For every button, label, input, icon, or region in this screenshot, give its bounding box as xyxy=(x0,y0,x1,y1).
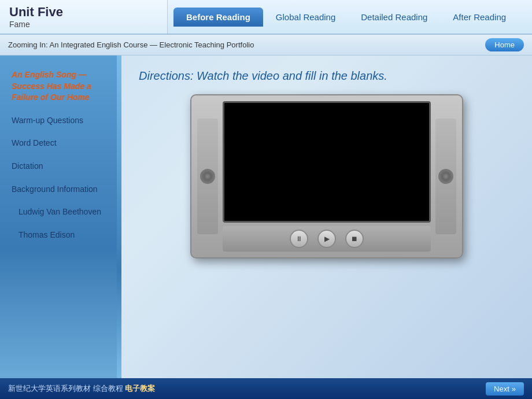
sidebar-item-english-song[interactable]: An English Song — Success Has Made a Fai… xyxy=(0,64,121,109)
header: Unit Five Fame Before Reading Global Rea… xyxy=(0,0,532,35)
tv-screen-area: ⏸ ▶ ⏹ xyxy=(223,101,431,252)
video-controls: ⏸ ▶ ⏹ xyxy=(223,226,431,252)
tv-container: ⏸ ▶ ⏹ xyxy=(188,94,466,258)
directions-text: Directions: Watch the video and fill in … xyxy=(139,69,387,83)
sidebar-item-word-detect[interactable]: Word Detect xyxy=(0,132,121,155)
tab-detailed-reading[interactable]: Detailed Reading xyxy=(348,8,440,27)
sidebar: An English Song — Success Has Made a Fai… xyxy=(0,56,121,378)
tv-speaker-left xyxy=(197,119,218,234)
breadcrumb-text: Zooming In: An Integrated English Course… xyxy=(8,40,254,49)
tab-global-reading[interactable]: Global Reading xyxy=(263,8,348,27)
bottom-bar: 新世纪大学英语系列教材 综合教程 电子教案 Next » xyxy=(0,378,532,399)
footer-text-part1: 新世纪大学英语系列教材 综合教程 xyxy=(8,384,123,393)
speaker-grille-left xyxy=(200,169,215,184)
video-screen xyxy=(223,101,431,223)
unit-title-block: Unit Five Fame xyxy=(0,0,168,34)
tv-speaker-right xyxy=(435,119,456,234)
tv-body: ⏸ ▶ ⏹ xyxy=(190,94,463,258)
sidebar-item-warmup[interactable]: Warm-up Questions xyxy=(0,109,121,132)
footer-text-part2: 电子教案 xyxy=(125,384,155,393)
pause-button[interactable]: ⏸ xyxy=(290,230,308,248)
nav-tabs: Before Reading Global Reading Detailed R… xyxy=(168,0,532,34)
sidebar-item-edison[interactable]: Thomas Edison xyxy=(0,224,121,247)
next-label: Next xyxy=(494,385,509,393)
sidebar-item-beethoven[interactable]: Ludwig Van Beethoven xyxy=(0,201,121,224)
footer-text: 新世纪大学英语系列教材 综合教程 电子教案 xyxy=(8,383,155,394)
tab-after-reading[interactable]: After Reading xyxy=(440,8,519,27)
stop-button[interactable]: ⏹ xyxy=(345,230,364,248)
unit-main-title: Unit Five xyxy=(9,5,158,20)
home-button[interactable]: Home xyxy=(485,38,524,51)
content-area: Directions: Watch the video and fill in … xyxy=(121,56,532,378)
next-button[interactable]: Next » xyxy=(486,382,524,396)
unit-sub-title: Fame xyxy=(9,20,158,29)
sidebar-item-background[interactable]: Background Information xyxy=(0,178,121,201)
play-button[interactable]: ▶ xyxy=(317,230,336,248)
main-area: An English Song — Success Has Made a Fai… xyxy=(0,56,532,378)
tab-before-reading[interactable]: Before Reading xyxy=(173,8,263,27)
speaker-grille-right xyxy=(438,169,453,184)
sidebar-item-dictation[interactable]: Dictation xyxy=(0,155,121,178)
breadcrumb-bar: Zooming In: An Integrated English Course… xyxy=(0,35,532,56)
next-icon: » xyxy=(512,385,516,393)
